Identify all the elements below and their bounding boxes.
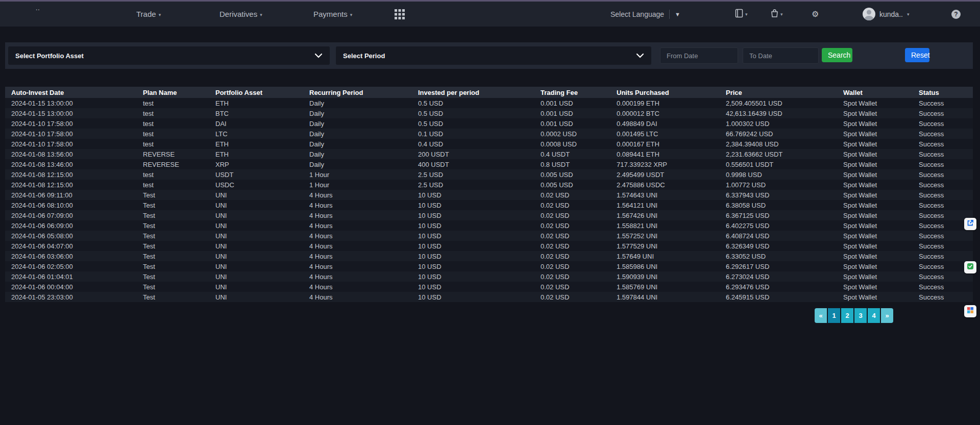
cell-units-purchased: 1.57649 UNI: [610, 251, 720, 261]
cell-units-purchased: 0.000012 BTC: [610, 108, 720, 118]
cell-portfolio-asset: BTC: [209, 108, 303, 118]
pagination-page-2[interactable]: 2: [841, 308, 853, 323]
period-select[interactable]: Select Period: [336, 46, 651, 65]
cell-status: Success: [913, 108, 973, 118]
cell-status: Success: [913, 251, 973, 261]
apps-grid-icon[interactable]: [394, 9, 405, 20]
cell-plan-name: test: [137, 169, 209, 180]
cell-portfolio-asset: UNI: [209, 220, 303, 231]
from-date-input[interactable]: [660, 47, 738, 64]
cell-recurring-period: 1 Hour: [303, 180, 412, 190]
cell-wallet: Spot Wallet: [837, 241, 913, 251]
reset-button[interactable]: Reset: [905, 48, 929, 62]
col-header-date: Auto-Invest Date: [5, 87, 137, 98]
cell-trading-fee: 0.8 USDT: [534, 159, 610, 169]
to-date-input[interactable]: [743, 47, 819, 64]
cell-recurring-period: 4 Hours: [303, 271, 412, 282]
table-row: 2024-01-08 13:46:00 REVERESE XRP Daily 4…: [5, 159, 973, 169]
col-header-plan-name: Plan Name: [137, 87, 209, 98]
floating-share-widget[interactable]: [964, 218, 976, 230]
language-caret-icon: ▼: [675, 11, 680, 17]
floating-chat-widget[interactable]: [964, 261, 976, 273]
cell-recurring-period: 4 Hours: [303, 241, 412, 251]
cell-invested: 2.5 USD: [412, 180, 534, 190]
table-row: 2024-01-06 03:06:00 Test UNI 4 Hours 10 …: [5, 251, 973, 261]
gear-glyph: ⚙: [812, 9, 819, 19]
cell-recurring-period: 4 Hours: [303, 190, 412, 200]
table-row: 2024-01-10 17:58:00 test ETH Daily 0.4 U…: [5, 139, 973, 149]
language-selector[interactable]: Select Language ▼: [610, 2, 680, 27]
cell-date: 2024-01-15 13:00:00: [5, 108, 137, 118]
nav-item-payments[interactable]: Payments ▾: [313, 2, 352, 27]
cell-wallet: Spot Wallet: [837, 149, 913, 159]
cell-invested: 10 USD: [412, 261, 534, 271]
cell-portfolio-asset: UNI: [209, 200, 303, 210]
nav-item-trade[interactable]: Trade ▾: [136, 2, 161, 27]
cell-invested: 10 USD: [412, 190, 534, 200]
cell-invested: 10 USD: [412, 241, 534, 251]
cell-trading-fee: 0.02 USD: [534, 292, 610, 302]
cell-wallet: Spot Wallet: [837, 118, 913, 129]
cell-status: Success: [913, 149, 973, 159]
cell-date: 2024-01-06 08:10:00: [5, 200, 137, 210]
cell-date: 2024-01-15 13:00:00: [5, 98, 137, 108]
cell-wallet: Spot Wallet: [837, 231, 913, 241]
pagination-page-3[interactable]: 3: [854, 308, 867, 323]
site-logo[interactable]: ..: [36, 5, 40, 12]
orders-book-menu[interactable]: ▾: [735, 2, 748, 27]
cell-plan-name: Test: [137, 292, 209, 302]
cell-date: 2024-01-08 12:15:00: [5, 169, 137, 180]
table-header-row: Auto-Invest Date Plan Name Portfolio Ass…: [5, 87, 973, 98]
cell-date: 2024-01-06 01:04:01: [5, 271, 137, 282]
portfolio-asset-select[interactable]: Select Portfolio Asset: [8, 46, 330, 65]
user-menu[interactable]: kunda.. ▾: [863, 2, 909, 27]
wallet-bag-menu[interactable]: ▾: [771, 2, 783, 27]
floating-apps-widget[interactable]: [964, 305, 976, 317]
cell-invested: 200 USDT: [412, 149, 534, 159]
cell-plan-name: test: [137, 180, 209, 190]
cell-trading-fee: 0.02 USD: [534, 241, 610, 251]
search-button[interactable]: Search: [822, 48, 852, 62]
cell-date: 2024-01-10 17:58:00: [5, 129, 137, 139]
help-icon[interactable]: ?: [951, 10, 961, 19]
cell-trading-fee: 0.001 USD: [534, 118, 610, 129]
cell-invested: 0.5 USD: [412, 108, 534, 118]
cell-invested: 10 USD: [412, 251, 534, 261]
settings-gear-icon[interactable]: ⚙: [812, 2, 819, 27]
col-header-trading-fee: Trading Fee: [534, 87, 610, 98]
cell-portfolio-asset: UNI: [209, 282, 303, 292]
cell-status: Success: [913, 190, 973, 200]
cell-units-purchased: 1.574643 UNI: [610, 190, 720, 200]
table-row: 2024-01-06 00:04:00 Test UNI 4 Hours 10 …: [5, 282, 973, 292]
cell-trading-fee: 0.02 USD: [534, 200, 610, 210]
pagination-prev-button[interactable]: «: [815, 308, 827, 323]
pagination-page-4[interactable]: 4: [868, 308, 880, 323]
cell-portfolio-asset: UNI: [209, 292, 303, 302]
cell-invested: 10 USD: [412, 271, 534, 282]
cell-price: 2,384.39408 USD: [720, 139, 837, 149]
cell-trading-fee: 0.02 USD: [534, 282, 610, 292]
cell-portfolio-asset: UNI: [209, 231, 303, 241]
cell-trading-fee: 0.005 USD: [534, 169, 610, 180]
cell-wallet: Spot Wallet: [837, 98, 913, 108]
cell-units-purchased: 0.000167 ETH: [610, 139, 720, 149]
pagination-page-1[interactable]: 1: [828, 308, 840, 323]
cell-portfolio-asset: LTC: [209, 129, 303, 139]
cell-plan-name: test: [137, 118, 209, 129]
cell-status: Success: [913, 271, 973, 282]
chevron-down-icon: ▾: [350, 11, 353, 17]
pagination-next-button[interactable]: »: [881, 308, 893, 323]
nav-item-derivatives[interactable]: Derivatives ▾: [219, 2, 262, 27]
cell-units-purchased: 1.558821 UNI: [610, 220, 720, 231]
cell-units-purchased: 0.498849 DAI: [610, 118, 720, 129]
cell-status: Success: [913, 169, 973, 180]
cell-invested: 0.5 USD: [412, 98, 534, 108]
cell-units-purchased: 1.557252 UNI: [610, 231, 720, 241]
cell-price: 0.556501 USDT: [720, 159, 837, 169]
cell-wallet: Spot Wallet: [837, 139, 913, 149]
cell-units-purchased: 0.000199 ETH: [610, 98, 720, 108]
cell-date: 2024-01-10 17:58:00: [5, 139, 137, 149]
cell-recurring-period: Daily: [303, 159, 412, 169]
cell-wallet: Spot Wallet: [837, 220, 913, 231]
cell-portfolio-asset: UNI: [209, 261, 303, 271]
